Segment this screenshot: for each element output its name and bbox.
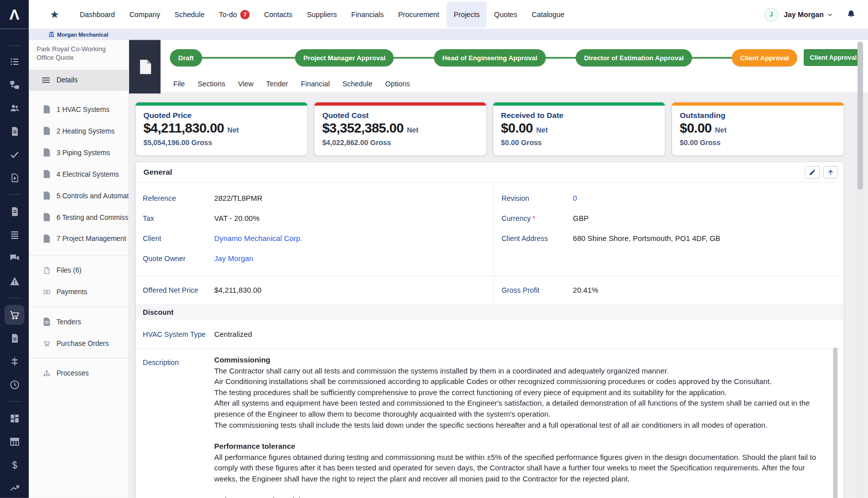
quote-sidebar: Park Royal Co-Working Office Quote Detai… <box>29 40 129 497</box>
arrow-up-icon <box>827 169 834 176</box>
left-icon-rail <box>0 29 29 498</box>
section-doc-icon <box>43 234 50 243</box>
pencil-icon <box>809 169 816 176</box>
nav-user-area: J Jay Morgan <box>765 8 868 22</box>
nav-item-schedule[interactable]: Schedule <box>167 2 211 28</box>
section-label: 6 Testing and Commissioning <box>56 213 128 221</box>
clock-icon[interactable] <box>5 375 25 395</box>
chevron-down-icon[interactable] <box>827 12 833 18</box>
banknote-icon <box>43 288 50 296</box>
workflow-step-client-approval[interactable]: Client Approval <box>732 49 797 66</box>
nav-item-catalogue[interactable]: Catalogue <box>524 2 572 28</box>
nav-item-suppliers[interactable]: Suppliers <box>300 2 344 28</box>
nav-item-todo[interactable]: To-do 7 <box>212 1 257 28</box>
collapse-arrow-up-button[interactable] <box>823 166 838 178</box>
org-chart-icon <box>43 369 50 377</box>
document-lines-icon[interactable] <box>5 201 25 221</box>
stat-net-label: Net <box>536 126 548 135</box>
description-text: Commissioning The Contractor shall carry… <box>214 354 826 498</box>
sidebar-item-details[interactable]: Details <box>29 70 128 91</box>
quote-title: Park Royal Co-Working Office Quote <box>29 40 128 65</box>
workflow-step-head-of-engineering-approval[interactable]: Head of Engineering Approval <box>434 49 546 66</box>
nav-item-financials[interactable]: Financials <box>344 2 391 28</box>
menu-tender[interactable]: Tender <box>266 80 288 88</box>
menu-sections[interactable]: Sections <box>197 80 225 88</box>
field-value: Centralized <box>214 330 252 339</box>
building-icon <box>49 32 54 37</box>
menu-view[interactable]: View <box>238 80 254 88</box>
table-icon[interactable] <box>5 432 25 452</box>
menu-schedule[interactable]: Schedule <box>343 80 373 88</box>
document-alt-icon[interactable] <box>5 328 25 348</box>
document-icon[interactable] <box>5 121 25 141</box>
stat-accent-strip <box>314 102 486 106</box>
sidebar-item-files[interactable]: Files (6) <box>29 260 128 281</box>
stat-accent-strip <box>136 102 307 106</box>
section-doc-icon <box>43 170 50 178</box>
menu-file[interactable]: File <box>173 80 185 88</box>
chat-icon[interactable] <box>5 248 25 268</box>
nav-item-procurement[interactable]: Procurement <box>391 2 447 28</box>
required-asterisk: * <box>532 214 535 223</box>
nav-label: Projects <box>454 10 480 19</box>
field-value: $4,211,830.00 <box>214 286 261 294</box>
app-logo-icon[interactable]: Λ <box>0 0 29 29</box>
sidebar-item-section-7[interactable]: 7 Project Management <box>29 228 128 250</box>
field-tax: Tax VAT - 20.00% <box>136 208 494 228</box>
stat-net-label: Net <box>228 126 239 135</box>
client-approval-button[interactable]: Client Approval <box>804 49 862 66</box>
file-upload-icon[interactable] <box>5 168 25 188</box>
notifications-bell-icon[interactable] <box>846 10 856 20</box>
workflow-step-project-manager-approval[interactable]: Project Manager Approval <box>295 49 393 66</box>
sidebar-item-tenders[interactable]: Tenders <box>29 311 128 332</box>
menu-financial[interactable]: Financial <box>301 80 330 88</box>
hierarchy-icon[interactable] <box>5 75 25 95</box>
window-scrollbar-thumb[interactable] <box>857 42 863 190</box>
revision-link[interactable]: 0 <box>573 194 577 203</box>
field-offered-net-price: Offered Net Price $4,211,830.00 <box>136 280 494 300</box>
check-icon[interactable] <box>5 145 25 165</box>
nav-item-contacts[interactable]: Contacts <box>257 2 299 28</box>
sidebar-item-payments[interactable]: Payments <box>29 281 128 303</box>
sidebar-item-section-2[interactable]: 2 Heating Systems <box>29 120 128 142</box>
workflow-step-director-of-estimation-approval[interactable]: Director of Estimation Approval <box>576 49 692 66</box>
quote-document-tab[interactable] <box>129 40 161 93</box>
section-list: 1 HVAC Systems 2 Heating Systems 3 Pipin… <box>29 91 128 250</box>
quote-content: Quoted Price $4,211,830.00Net $5,054,196… <box>129 92 856 498</box>
discount-section-row[interactable]: Discount <box>136 304 844 320</box>
sidebar-item-section-3[interactable]: 3 Piping Systems <box>29 142 128 163</box>
favorites-star-icon[interactable]: ★ <box>50 8 59 21</box>
sidebar-item-section-4[interactable]: 4 Electrical Systems <box>29 163 128 185</box>
list-icon[interactable] <box>5 51 25 71</box>
nav-item-dashboard[interactable]: Dashboard <box>72 2 122 28</box>
edit-pencil-button[interactable] <box>805 166 820 178</box>
warning-icon[interactable] <box>5 271 25 291</box>
sidebar-item-section-1[interactable]: 1 HVAC Systems <box>29 98 128 120</box>
nav-item-quotes[interactable]: Quotes <box>487 2 524 28</box>
quote-owner-link[interactable]: Jay Morgan <box>214 255 253 263</box>
dashboard-grid-icon[interactable] <box>5 408 25 428</box>
dollar-icon[interactable] <box>5 455 25 475</box>
rows-icon[interactable] <box>5 224 25 244</box>
nav-item-projects[interactable]: Projects <box>447 2 487 28</box>
tune-icon[interactable] <box>5 351 25 371</box>
cart-icon[interactable] <box>5 305 25 325</box>
sidebar-item-processes[interactable]: Processes <box>29 362 128 384</box>
client-link[interactable]: Dynamo Mechanical Corp. <box>214 234 302 243</box>
user-name[interactable]: Jay Morgan <box>784 10 824 19</box>
sidebar-item-section-5[interactable]: 5 Controls and Automation <box>29 185 128 206</box>
nav-item-company[interactable]: Company <box>122 2 167 28</box>
workflow-step-draft[interactable]: Draft <box>170 49 202 66</box>
users-icon[interactable] <box>5 98 25 118</box>
menu-options[interactable]: Options <box>385 80 410 88</box>
stat-net-value: $0.00 <box>501 120 532 136</box>
nav-label: Company <box>129 10 160 19</box>
trend-up-icon[interactable] <box>5 478 25 498</box>
description-scrollbar-thumb[interactable] <box>833 347 838 498</box>
sidebar-item-section-6[interactable]: 6 Testing and Commissioning <box>29 206 128 228</box>
nav-label: Catalogue <box>531 10 564 19</box>
sidebar-item-purchase-orders[interactable]: Purchase Orders <box>29 332 128 354</box>
breadcrumb[interactable]: Morgan Mechanical <box>49 31 108 37</box>
user-avatar[interactable]: J <box>765 8 779 22</box>
section-doc-icon <box>43 105 50 113</box>
